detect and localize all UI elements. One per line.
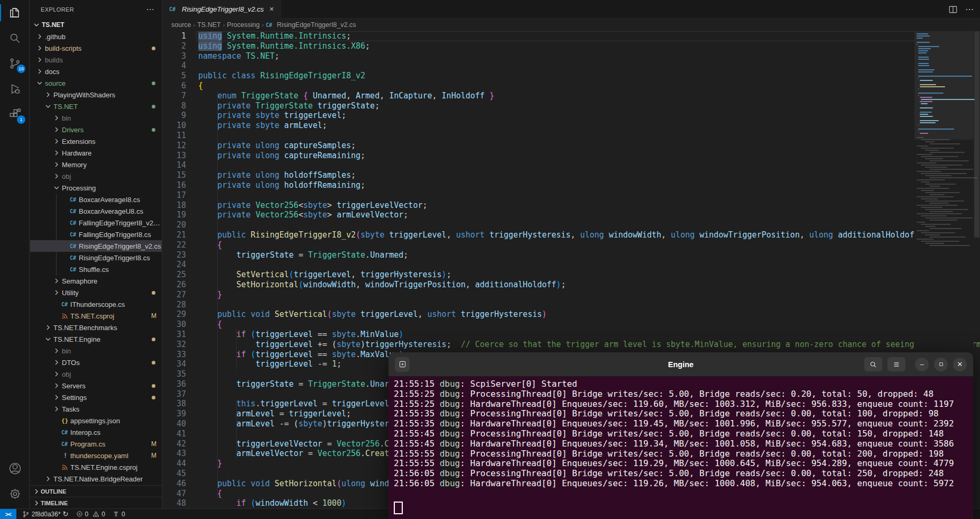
scrollbar-thumb[interactable]	[974, 31, 979, 238]
terminal-minimize-button[interactable]: –	[915, 358, 929, 371]
tab-rising-edge-trigger[interactable]: C# RisingEdgeTriggerI8_v2.cs ✕	[163, 0, 281, 19]
tree-item-Program.cs[interactable]: C#Program.csM	[30, 438, 162, 450]
tab-close-button[interactable]: ✕	[267, 5, 275, 14]
tree-item-Settings[interactable]: Settings	[30, 391, 162, 403]
tree-item-docs[interactable]: docs	[30, 66, 162, 77]
minimap-line	[925, 201, 964, 202]
tree-item-Extensions[interactable]: Extensions	[30, 135, 162, 147]
tree-item-.github[interactable]: .github	[30, 31, 162, 42]
tree-item-build-scripts[interactable]: build-scripts	[30, 42, 162, 54]
tree-item-appsettings.json[interactable]: {}appsettings.json	[30, 415, 162, 426]
tree-item-FallingEdgeTriggerI8_v2.cs[interactable]: C#FallingEdgeTriggerI8_v2.cs	[30, 217, 162, 229]
timeline-section[interactable]: TIMELINE	[30, 497, 162, 508]
activity-item-settings[interactable]	[0, 481, 30, 506]
tree-item-bin[interactable]: bin	[30, 345, 162, 357]
git-change-dot	[152, 338, 155, 341]
timeline-label: TIMELINE	[41, 500, 68, 506]
tree-item-RisingEdgeTriggerI8_v2.cs[interactable]: C#RisingEdgeTriggerI8_v2.cs	[30, 240, 162, 252]
activity-item-accounts[interactable]	[0, 456, 30, 481]
activity-item-run-debug[interactable]	[0, 76, 30, 102]
more-actions-button[interactable]: ⋯	[965, 4, 974, 14]
explorer-more-actions-button[interactable]: ⋯	[146, 5, 154, 14]
git-change-dot	[152, 361, 155, 365]
line-number: 4	[163, 61, 186, 71]
tree-item-DTOs[interactable]: DTOs	[30, 357, 162, 368]
tree-item-BoxcarAverageU8.cs[interactable]: C#BoxcarAverageU8.cs	[30, 205, 162, 217]
tree-item-Hardware[interactable]: Hardware	[30, 147, 162, 159]
breadcrumb-item[interactable]: TS.NET	[197, 21, 220, 29]
chevron-right-icon	[35, 44, 44, 52]
line-number: 22	[163, 240, 186, 250]
terminal-close-button[interactable]: ✕	[953, 358, 967, 371]
terminal-log-line: 21:55:35 dbug: ProcessingThread[0] Bridg…	[394, 409, 973, 419]
tree-item-TS.NET.Benchmarks[interactable]: TS.NET.Benchmarks	[30, 322, 162, 333]
tree-item-PlayingWithShaders[interactable]: PlayingWithShaders	[30, 89, 162, 101]
breadcrumb-item[interactable]: Processing	[227, 21, 260, 29]
tree-item-RisingEdgeTriggerI8.cs[interactable]: C#RisingEdgeTriggerI8.cs	[30, 252, 162, 263]
tree-item-bin[interactable]: bin	[30, 112, 162, 124]
tree-item-label: Extensions	[62, 138, 96, 145]
tree-item-IThunderscope.cs[interactable]: C#IThunderscope.cs	[30, 298, 162, 310]
tree-item-label: IThunderscope.cs	[70, 301, 125, 308]
tree-item-builds[interactable]: builds	[30, 54, 162, 66]
terminal-search-button[interactable]	[864, 357, 882, 371]
radio-tower-icon	[113, 511, 119, 517]
terminal-output[interactable]: 21:55:15 dbug: ScpiServer[0] Started21:5…	[389, 377, 973, 519]
problems-item[interactable]: 0 0	[72, 509, 109, 519]
maximize-icon	[938, 361, 944, 367]
tree-item-Memory[interactable]: Memory	[30, 159, 162, 170]
chevron-down-icon	[44, 335, 52, 343]
tree-item-TS.NET.Native.BridgeReader[interactable]: TS.NET.Native.BridgeReader	[30, 473, 162, 485]
tree-item-source[interactable]: source	[30, 77, 162, 89]
remote-indicator[interactable]: ><	[0, 509, 16, 519]
tree-item-Drivers[interactable]: Drivers	[30, 124, 162, 135]
indent-guide	[236, 399, 237, 459]
tree-item-Processing[interactable]: Processing	[30, 182, 162, 194]
tree-item-TS.NET.Engine.csproj[interactable]: TS.NET.Engine.csproj	[30, 461, 162, 473]
minimap-slider[interactable]	[914, 31, 974, 140]
tree-item-thunderscope.yaml[interactable]: !thunderscope.yamlM	[30, 450, 162, 461]
line-number: 16	[163, 180, 186, 190]
tree-item-Semaphore[interactable]: Semaphore	[30, 275, 162, 287]
split-editor-button[interactable]	[948, 5, 958, 14]
tree-item-Tasks[interactable]: Tasks	[30, 403, 162, 415]
activity-item-search[interactable]	[0, 25, 30, 51]
activity-item-explorer[interactable]	[0, 0, 30, 25]
terminal-menu-button[interactable]	[887, 357, 905, 371]
tree-item-FallingEdgeTriggerI8.cs[interactable]: C#FallingEdgeTriggerI8.cs	[30, 229, 162, 240]
ports-item[interactable]: 0	[109, 509, 129, 519]
csharp-file-icon: C#	[70, 197, 79, 203]
minimap-line	[921, 241, 959, 242]
git-branch-item[interactable]: 2f8d0a36* ↻	[19, 509, 72, 519]
breadcrumb-file[interactable]: RisingEdgeTriggerI8_v2.cs	[277, 21, 356, 29]
yaml-file-icon: !	[61, 452, 70, 459]
tree-item-obj[interactable]: obj	[30, 170, 162, 182]
tree-item-BoxcarAverageI8.cs[interactable]: C#BoxcarAverageI8.cs	[30, 194, 162, 205]
git-change-dot	[152, 396, 155, 399]
tree-item-TS.NET[interactable]: TS.NET	[30, 101, 162, 112]
tree-item-TS.NET.Engine[interactable]: TS.NET.Engine	[30, 333, 162, 345]
tree-item-Servers[interactable]: Servers	[30, 380, 162, 391]
activity-item-source-control[interactable]: 16	[0, 51, 30, 76]
tree-item-TS.NET.csproj[interactable]: TS.NET.csprojM	[30, 310, 162, 322]
terminal-maximize-button[interactable]	[934, 358, 948, 371]
tree-root-ts-net[interactable]: TS.NET	[30, 19, 162, 31]
terminal-new-tab-button[interactable]	[395, 357, 410, 372]
activity-item-extensions[interactable]: 1	[0, 102, 30, 127]
chevron-right-icon	[44, 90, 52, 99]
tree-item-obj[interactable]: obj	[30, 368, 162, 380]
line-number: 2	[163, 41, 186, 51]
code-line-4: 4	[163, 61, 980, 71]
code-line-30: 30 {	[163, 320, 980, 330]
outline-section[interactable]: OUTLINE	[30, 485, 162, 497]
breadcrumb-item[interactable]: source	[171, 21, 191, 29]
tree-item-Interop.cs[interactable]: C#Interop.cs	[30, 426, 162, 438]
tree-item-Shuffle.cs[interactable]: C#Shuffle.cs	[30, 263, 162, 275]
code-line-1: 1using System.Runtime.Intrinsics;	[163, 31, 980, 41]
tree-item-Utility[interactable]: Utility	[30, 287, 162, 298]
editor-scrollbar[interactable]	[974, 31, 980, 508]
terminal-titlebar[interactable]: Engine – ✕	[389, 352, 973, 377]
code-line-18: 18 private Vector256<sbyte> triggerLevel…	[163, 201, 980, 211]
minimap-line	[921, 99, 975, 100]
terminal-log-line: 21:55:15 dbug: ScpiServer[0] Started	[394, 379, 973, 389]
